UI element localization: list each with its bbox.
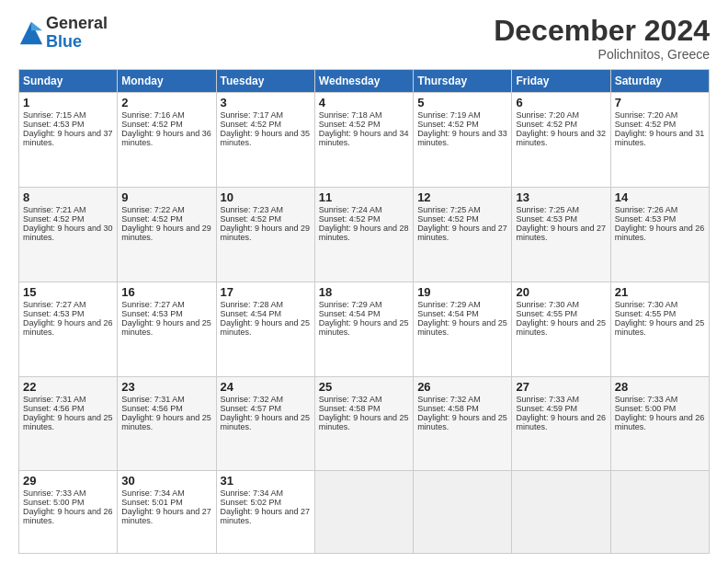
sunset: Sunset: 5:00 PM [23,498,85,507]
cell-day-10: 10Sunrise: 7:23 AMSunset: 4:52 PMDayligh… [216,187,314,282]
logo-blue: Blue [46,33,108,52]
daylight: Daylight: 9 hours and 25 minutes. [121,318,211,337]
cell-day-13: 13Sunrise: 7:25 AMSunset: 4:53 PMDayligh… [512,187,610,282]
logo: General Blue [18,15,108,52]
daylight: Daylight: 9 hours and 25 minutes. [221,318,311,337]
logo-icon [18,20,44,46]
cell-day-18: 18Sunrise: 7:29 AMSunset: 4:54 PMDayligh… [314,282,413,376]
daylight: Daylight: 9 hours and 27 minutes. [417,224,507,242]
sunrise: Sunrise: 7:29 AM [319,300,382,309]
sunset: Sunset: 4:53 PM [23,120,85,129]
sunrise: Sunrise: 7:27 AM [121,300,185,309]
sunset: Sunset: 4:52 PM [221,120,282,129]
day-number: 18 [319,285,409,299]
sunrise: Sunrise: 7:25 AM [417,205,481,214]
sunset: Sunset: 4:53 PM [516,214,577,224]
day-number: 24 [221,380,311,394]
header-row: Sunday Monday Tuesday Wednesday Thursday… [19,70,710,93]
daylight: Daylight: 9 hours and 25 minutes. [516,318,606,337]
cell-day-19: 19Sunrise: 7:29 AMSunset: 4:54 PMDayligh… [414,282,512,376]
daylight: Daylight: 9 hours and 27 minutes. [221,507,311,525]
cell-day-3: 3Sunrise: 7:17 AMSunset: 4:52 PMDaylight… [216,93,314,188]
sunset: Sunset: 4:57 PM [221,404,282,413]
title-block: December 2024 Polichnitos, Greece [494,15,710,62]
daylight: Daylight: 9 hours and 25 minutes. [417,318,507,337]
th-friday: Friday [512,70,610,93]
day-number: 13 [516,190,606,204]
sunset: Sunset: 4:54 PM [221,309,282,318]
day-number: 22 [23,380,113,394]
daylight: Daylight: 9 hours and 28 minutes. [319,224,409,242]
sunrise: Sunrise: 7:26 AM [615,205,678,214]
day-number: 25 [319,380,409,394]
sunrise: Sunrise: 7:33 AM [23,488,86,498]
sunrise: Sunrise: 7:34 AM [121,488,185,498]
day-number: 21 [615,285,705,299]
cell-day-6: 6Sunrise: 7:20 AMSunset: 4:52 PMDaylight… [512,93,610,188]
week-row-2: 8Sunrise: 7:21 AMSunset: 4:52 PMDaylight… [19,187,710,282]
day-number: 15 [23,285,113,299]
sunrise: Sunrise: 7:22 AM [121,205,185,214]
daylight: Daylight: 9 hours and 26 minutes. [23,507,113,525]
cell-day-28: 28Sunrise: 7:33 AMSunset: 5:00 PMDayligh… [610,376,709,471]
sunrise: Sunrise: 7:28 AM [221,300,284,309]
cell-day-29: 29Sunrise: 7:33 AMSunset: 5:00 PMDayligh… [19,471,118,554]
daylight: Daylight: 9 hours and 31 minutes. [615,129,705,147]
daylight: Daylight: 9 hours and 29 minutes. [121,224,211,242]
logo-text: General Blue [46,15,108,52]
sunset: Sunset: 4:54 PM [319,309,381,318]
week-row-3: 15Sunrise: 7:27 AMSunset: 4:53 PMDayligh… [19,282,710,376]
sunrise: Sunrise: 7:19 AM [417,110,481,120]
cell-day-7: 7Sunrise: 7:20 AMSunset: 4:52 PMDaylight… [610,93,709,188]
daylight: Daylight: 9 hours and 32 minutes. [516,129,606,147]
daylight: Daylight: 9 hours and 25 minutes. [615,318,705,337]
daylight: Daylight: 9 hours and 37 minutes. [23,129,113,147]
sunset: Sunset: 4:58 PM [319,404,381,413]
sunrise: Sunrise: 7:34 AM [221,488,284,498]
cell-day-5: 5Sunrise: 7:19 AMSunset: 4:52 PMDaylight… [414,93,512,188]
day-number: 1 [23,96,113,109]
daylight: Daylight: 9 hours and 26 minutes. [615,224,705,242]
cell-day-11: 11Sunrise: 7:24 AMSunset: 4:52 PMDayligh… [314,187,413,282]
day-number: 17 [221,285,311,299]
sunset: Sunset: 4:52 PM [121,120,183,129]
sunset: Sunset: 4:52 PM [221,214,282,224]
th-tuesday: Tuesday [216,70,314,93]
sunset: Sunset: 5:02 PM [221,498,282,507]
day-number: 28 [615,380,705,394]
cell-day-8: 8Sunrise: 7:21 AMSunset: 4:52 PMDaylight… [19,187,118,282]
week-row-5: 29Sunrise: 7:33 AMSunset: 5:00 PMDayligh… [19,471,710,554]
sunrise: Sunrise: 7:31 AM [121,395,185,404]
daylight: Daylight: 9 hours and 25 minutes. [417,413,507,431]
sunset: Sunset: 4:54 PM [417,309,479,318]
cell-day-1: 1Sunrise: 7:15 AMSunset: 4:53 PMDaylight… [19,93,118,188]
sunset: Sunset: 4:53 PM [121,309,183,318]
sunrise: Sunrise: 7:20 AM [516,110,579,120]
cell-day-15: 15Sunrise: 7:27 AMSunset: 4:53 PMDayligh… [19,282,118,376]
cell-day-empty [414,471,512,554]
cell-day-empty [512,471,610,554]
cell-day-17: 17Sunrise: 7:28 AMSunset: 4:54 PMDayligh… [216,282,314,376]
daylight: Daylight: 9 hours and 25 minutes. [121,413,211,431]
sunset: Sunset: 4:59 PM [516,404,577,413]
day-number: 14 [615,190,705,204]
daylight: Daylight: 9 hours and 29 minutes. [221,224,311,242]
day-number: 2 [121,96,211,109]
day-number: 6 [516,96,606,109]
day-number: 12 [417,190,507,204]
cell-day-24: 24Sunrise: 7:32 AMSunset: 4:57 PMDayligh… [216,376,314,471]
sunrise: Sunrise: 7:30 AM [615,300,678,309]
sunset: Sunset: 4:52 PM [319,214,381,224]
sunrise: Sunrise: 7:18 AM [319,110,382,120]
day-number: 11 [319,190,409,204]
day-number: 10 [221,190,311,204]
sunset: Sunset: 5:01 PM [121,498,183,507]
day-number: 4 [319,96,409,109]
sunset: Sunset: 4:52 PM [121,214,183,224]
sunrise: Sunrise: 7:15 AM [23,110,86,120]
daylight: Daylight: 9 hours and 36 minutes. [121,129,211,147]
cell-day-empty [314,471,413,554]
th-saturday: Saturday [610,70,709,93]
sunrise: Sunrise: 7:30 AM [516,300,579,309]
page: General Blue December 2024 Polichnitos, … [0,0,728,563]
